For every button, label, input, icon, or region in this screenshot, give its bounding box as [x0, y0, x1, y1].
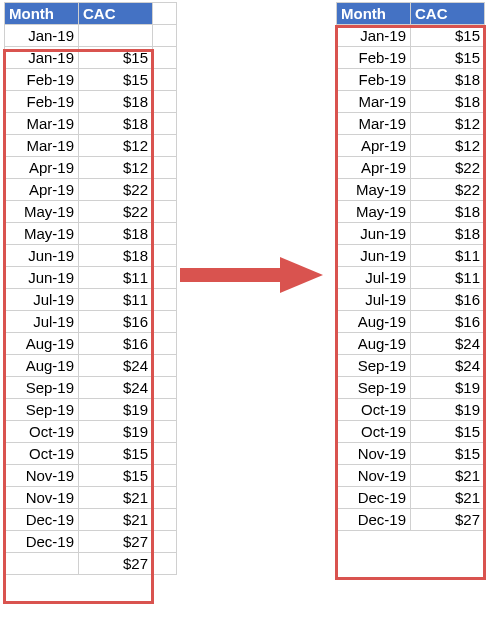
cell-cac[interactable]: $27 — [79, 553, 153, 575]
blank-cell[interactable] — [153, 377, 177, 399]
cell-month[interactable]: Oct-19 — [5, 421, 79, 443]
blank-cell[interactable] — [153, 421, 177, 443]
cell-month[interactable]: Jun-19 — [5, 267, 79, 289]
cell-cac[interactable]: $18 — [79, 223, 153, 245]
cell-month[interactable]: Nov-19 — [5, 487, 79, 509]
cell-month[interactable]: Aug-19 — [5, 355, 79, 377]
blank-cell[interactable] — [153, 465, 177, 487]
blank-cell[interactable] — [153, 3, 177, 25]
cell-month[interactable]: Nov-19 — [337, 443, 411, 465]
cell-month[interactable]: May-19 — [337, 179, 411, 201]
cell-cac[interactable]: $16 — [79, 333, 153, 355]
cell-cac[interactable]: $15 — [79, 465, 153, 487]
blank-cell[interactable] — [153, 311, 177, 333]
cell-month[interactable]: Jan-19 — [5, 47, 79, 69]
cell-month[interactable]: Feb-19 — [5, 69, 79, 91]
cell-cac[interactable]: $24 — [411, 355, 485, 377]
cell-month[interactable]: Nov-19 — [5, 465, 79, 487]
cell-month[interactable]: Mar-19 — [337, 113, 411, 135]
cell-cac[interactable]: $18 — [411, 223, 485, 245]
header-cac[interactable]: CAC — [411, 3, 485, 25]
cell-cac[interactable]: $21 — [411, 465, 485, 487]
cell-cac[interactable]: $16 — [411, 311, 485, 333]
blank-cell[interactable] — [153, 509, 177, 531]
cell-cac[interactable]: $19 — [79, 399, 153, 421]
blank-cell[interactable] — [153, 179, 177, 201]
cell-month[interactable]: Sep-19 — [337, 377, 411, 399]
header-month[interactable]: Month — [5, 3, 79, 25]
cell-month[interactable]: Oct-19 — [337, 421, 411, 443]
cell-month[interactable]: Jul-19 — [337, 267, 411, 289]
blank-cell[interactable] — [153, 531, 177, 553]
cell-cac[interactable]: $18 — [79, 113, 153, 135]
cell-month[interactable]: Dec-19 — [5, 531, 79, 553]
cell-month[interactable]: Aug-19 — [337, 311, 411, 333]
cell-cac[interactable]: $19 — [79, 421, 153, 443]
cell-cac[interactable]: $19 — [411, 377, 485, 399]
cell-cac[interactable]: $15 — [411, 443, 485, 465]
cell-cac[interactable]: $15 — [411, 421, 485, 443]
cell-cac[interactable]: $22 — [411, 157, 485, 179]
cell-month[interactable]: Sep-19 — [5, 377, 79, 399]
blank-cell[interactable] — [153, 201, 177, 223]
blank-cell[interactable] — [153, 443, 177, 465]
cell-month[interactable]: Apr-19 — [337, 135, 411, 157]
cell-month[interactable]: Apr-19 — [5, 157, 79, 179]
header-cac[interactable]: CAC — [79, 3, 153, 25]
cell-cac[interactable] — [79, 25, 153, 47]
blank-cell[interactable] — [153, 487, 177, 509]
cell-cac[interactable]: $24 — [79, 377, 153, 399]
cell-cac[interactable]: $21 — [79, 509, 153, 531]
cell-month[interactable]: Jul-19 — [5, 289, 79, 311]
cell-month[interactable]: May-19 — [337, 201, 411, 223]
cell-cac[interactable]: $15 — [79, 69, 153, 91]
header-month[interactable]: Month — [337, 3, 411, 25]
cell-cac[interactable]: $27 — [79, 531, 153, 553]
blank-cell[interactable] — [153, 355, 177, 377]
cell-month[interactable]: Feb-19 — [337, 69, 411, 91]
cell-cac[interactable]: $11 — [79, 267, 153, 289]
blank-cell[interactable] — [153, 223, 177, 245]
cell-cac[interactable]: $27 — [411, 509, 485, 531]
cell-cac[interactable]: $16 — [411, 289, 485, 311]
cell-month[interactable]: Jan-19 — [337, 25, 411, 47]
cell-month[interactable]: Oct-19 — [5, 443, 79, 465]
cell-month[interactable]: Sep-19 — [5, 399, 79, 421]
cell-cac[interactable]: $15 — [79, 47, 153, 69]
cell-cac[interactable]: $12 — [411, 113, 485, 135]
cell-cac[interactable]: $18 — [411, 201, 485, 223]
cell-month[interactable]: Dec-19 — [337, 509, 411, 531]
cell-month[interactable]: Feb-19 — [5, 91, 79, 113]
cell-cac[interactable]: $22 — [411, 179, 485, 201]
blank-cell[interactable] — [153, 91, 177, 113]
cell-month[interactable]: Apr-19 — [337, 157, 411, 179]
cell-cac[interactable]: $19 — [411, 399, 485, 421]
cell-cac[interactable]: $16 — [79, 311, 153, 333]
cell-month[interactable]: Dec-19 — [337, 487, 411, 509]
cell-cac[interactable]: $24 — [411, 333, 485, 355]
cell-cac[interactable]: $24 — [79, 355, 153, 377]
cell-month[interactable]: Nov-19 — [337, 465, 411, 487]
cell-cac[interactable]: $18 — [79, 245, 153, 267]
cell-cac[interactable]: $22 — [79, 201, 153, 223]
cell-month[interactable]: May-19 — [5, 223, 79, 245]
cell-month[interactable]: Mar-19 — [337, 91, 411, 113]
cell-month[interactable] — [5, 553, 79, 575]
blank-cell[interactable] — [153, 113, 177, 135]
cell-cac[interactable]: $15 — [411, 25, 485, 47]
blank-cell[interactable] — [153, 69, 177, 91]
cell-cac[interactable]: $21 — [79, 487, 153, 509]
cell-month[interactable]: Oct-19 — [337, 399, 411, 421]
cell-month[interactable]: Apr-19 — [5, 179, 79, 201]
blank-cell[interactable] — [153, 333, 177, 355]
cell-month[interactable]: Feb-19 — [337, 47, 411, 69]
cell-month[interactable]: Dec-19 — [5, 509, 79, 531]
cell-month[interactable]: Mar-19 — [5, 135, 79, 157]
cell-month[interactable]: Jan-19 — [5, 25, 79, 47]
cell-cac[interactable]: $21 — [411, 487, 485, 509]
cell-cac[interactable]: $12 — [79, 157, 153, 179]
blank-cell[interactable] — [153, 399, 177, 421]
cell-cac[interactable]: $11 — [79, 289, 153, 311]
cell-month[interactable]: May-19 — [5, 201, 79, 223]
blank-cell[interactable] — [153, 267, 177, 289]
